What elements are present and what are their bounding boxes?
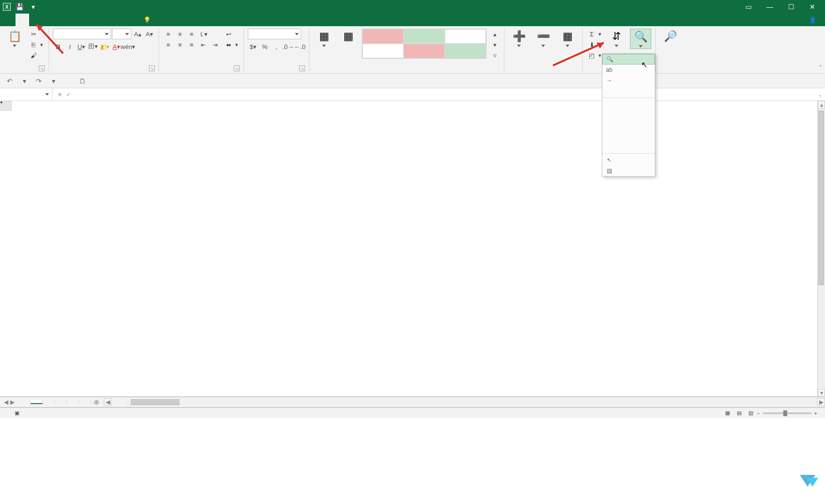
align-top-icon[interactable]: ≡ — [163, 29, 174, 39]
inc-decimal-icon[interactable]: .0→ — [283, 41, 293, 52]
align-center-icon[interactable]: ≡ — [175, 39, 185, 50]
scroll-down-icon[interactable]: ▾ — [818, 389, 825, 397]
tab-review[interactable] — [83, 14, 97, 26]
find-select-button[interactable]: 🔍 — [630, 29, 651, 49]
page-layout-view-icon[interactable]: ▤ — [733, 409, 745, 418]
style-tile-bad[interactable] — [362, 29, 404, 44]
font-name-combo[interactable] — [53, 29, 111, 39]
tab-page-layout[interactable] — [43, 14, 56, 26]
redo-history-icon[interactable]: ▾ — [49, 76, 58, 86]
tab-data[interactable] — [70, 14, 83, 26]
delete-cells-button[interactable]: ➖ — [533, 29, 554, 48]
expand-formula-bar-icon[interactable]: ⌄ — [815, 91, 825, 98]
tab-formulas[interactable] — [56, 14, 70, 26]
ribbon-display-icon[interactable]: ▭ — [739, 0, 758, 14]
confirm-edit-icon[interactable]: ✓ — [66, 91, 71, 98]
share-button[interactable]: 👤 — [809, 16, 816, 23]
cancel-edit-icon[interactable]: ✕ — [57, 91, 62, 98]
cut-button[interactable]: ✂ — [28, 29, 45, 39]
dec-decimal-icon[interactable]: ←.0 — [294, 41, 305, 52]
align-middle-icon[interactable]: ≡ — [175, 29, 185, 39]
horizontal-scrollbar[interactable] — [126, 398, 817, 406]
align-left-icon[interactable]: ≡ — [163, 39, 174, 50]
style-tile-bad2[interactable] — [404, 44, 445, 58]
shrink-font-icon[interactable]: A▾ — [144, 29, 155, 39]
tab-dev[interactable] — [111, 14, 124, 26]
sheet-tab-tianzige[interactable] — [43, 401, 55, 404]
vertical-scrollbar[interactable]: ▴ ▾ — [817, 101, 825, 397]
dialog-launcher-icon[interactable]: ↘ — [234, 65, 240, 71]
dialog-launcher-icon[interactable]: ↘ — [149, 65, 155, 71]
orientation-icon[interactable]: ⤹▾ — [198, 29, 209, 39]
underline-icon[interactable]: U▾ — [76, 41, 87, 52]
menu-goto[interactable]: → — [602, 75, 655, 86]
redo-icon[interactable]: ↷ — [34, 76, 44, 86]
format-cells-button[interactable]: ▦ — [557, 29, 578, 48]
tab-pdf[interactable] — [124, 14, 138, 26]
copy-button[interactable]: ⎘ ▾ — [28, 39, 45, 50]
print-preview-icon[interactable]: 🗋 — [78, 76, 87, 86]
style-up-icon[interactable]: ▴ — [489, 29, 500, 39]
style-tile-comma[interactable] — [445, 29, 486, 44]
menu-constants[interactable] — [602, 131, 655, 142]
style-tile-normal[interactable] — [362, 44, 404, 58]
scroll-thumb[interactable] — [818, 111, 824, 285]
menu-goto-special[interactable] — [602, 86, 655, 97]
normal-view-icon[interactable]: ▦ — [722, 409, 733, 418]
invoice-check-button[interactable]: 🔎 — [660, 29, 681, 46]
fill-handle[interactable] — [0, 101, 3, 104]
cell-styles-gallery[interactable] — [362, 29, 486, 59]
zoom-in-icon[interactable]: + — [814, 410, 817, 416]
indent-inc-icon[interactable]: ⇥ — [210, 39, 220, 50]
zoom-out-icon[interactable]: − — [757, 410, 760, 416]
zoom-slider[interactable] — [763, 412, 811, 414]
hscroll-thumb[interactable] — [131, 399, 179, 405]
align-right-icon[interactable]: ≡ — [186, 39, 197, 50]
tab-insert[interactable] — [29, 14, 43, 26]
menu-select-objects[interactable]: ↖ — [602, 155, 655, 165]
menu-comments[interactable] — [602, 110, 655, 120]
style-more-icon[interactable]: ▿ — [489, 50, 500, 61]
number-format-combo[interactable] — [248, 29, 301, 39]
conditional-formatting-button[interactable]: ▦ — [313, 29, 335, 48]
autosum-button[interactable]: Σ ▾ — [586, 29, 603, 39]
minimize-button[interactable]: — — [760, 0, 779, 14]
sheet-tab-scores[interactable] — [18, 401, 31, 404]
bold-icon[interactable]: B — [53, 41, 64, 52]
font-size-combo[interactable] — [112, 29, 131, 39]
tab-view[interactable] — [97, 14, 111, 26]
fill-button[interactable]: ⬇ ▾ — [586, 39, 603, 50]
wrap-text-button[interactable]: ↩ — [223, 29, 240, 39]
menu-formulas[interactable] — [602, 99, 655, 110]
phonetic-icon[interactable]: wén▾ — [123, 41, 133, 52]
menu-replace[interactable]: ab — [602, 65, 655, 75]
indent-dec-icon[interactable]: ⇤ — [198, 39, 209, 50]
sheet-nav-next-icon[interactable]: ▶ — [10, 399, 15, 406]
spreadsheet-grid[interactable] — [0, 101, 825, 397]
menu-selection-pane[interactable]: ▤ — [602, 165, 655, 176]
sort-filter-button[interactable]: ⇵ — [606, 29, 627, 48]
hscroll-right-icon[interactable]: ▶ — [817, 398, 825, 406]
tab-file[interactable] — [2, 14, 16, 26]
insert-cells-button[interactable]: ➕ — [508, 29, 530, 48]
scroll-up-icon[interactable]: ▴ — [818, 101, 825, 109]
style-down-icon[interactable]: ▾ — [489, 39, 500, 50]
menu-find[interactable]: 🔍 — [602, 54, 655, 65]
sheet-tab-schedule[interactable] — [67, 401, 79, 404]
dialog-launcher-icon[interactable]: ↘ — [299, 65, 305, 71]
currency-icon[interactable]: $▾ — [248, 41, 259, 52]
align-bottom-icon[interactable]: ≡ — [186, 29, 197, 39]
add-sheet-icon[interactable]: ⊕ — [91, 398, 102, 406]
tab-home[interactable] — [16, 14, 29, 26]
name-box[interactable] — [0, 88, 52, 100]
grow-font-icon[interactable]: A▴ — [132, 29, 143, 39]
collapse-ribbon-icon[interactable]: ˄ — [819, 65, 822, 71]
hscroll-left-icon[interactable]: ◀ — [104, 398, 112, 406]
sheet-tab-employees[interactable] — [31, 400, 43, 404]
quick-save-icon[interactable]: 💾 — [14, 0, 25, 14]
undo-icon[interactable]: ↶ — [5, 76, 15, 86]
paste-button[interactable]: 📋 — [4, 29, 25, 48]
maximize-button[interactable]: ☐ — [781, 0, 801, 14]
percent-icon[interactable]: % — [259, 41, 270, 52]
border-icon[interactable]: 田▾ — [88, 41, 98, 52]
